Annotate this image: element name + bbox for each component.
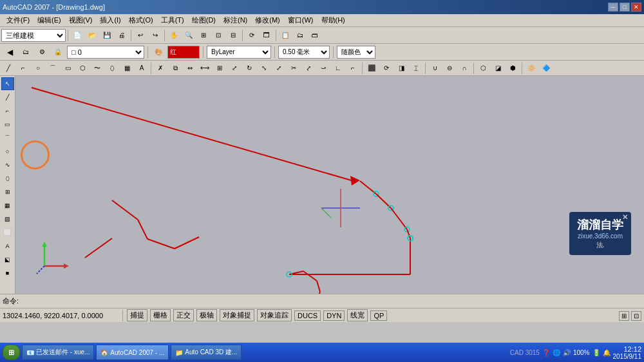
qp-btn[interactable]: QP: [370, 310, 387, 321]
spline-btn[interactable]: 〜: [90, 61, 104, 75]
otrack-btn[interactable]: 对象追踪: [257, 309, 292, 321]
layer-select[interactable]: □ 0: [67, 46, 144, 59]
edge-btn[interactable]: ⬡: [476, 61, 490, 75]
circle-btn[interactable]: ○: [31, 61, 45, 75]
intersect-btn[interactable]: ∩: [457, 61, 471, 75]
layer-icon[interactable]: 🗂: [19, 45, 33, 59]
dyn-btn[interactable]: DYN: [323, 310, 345, 321]
region-btn[interactable]: ⬜: [1, 226, 14, 239]
lweight-btn[interactable]: 线宽: [347, 309, 368, 321]
menu-dimension[interactable]: 标注(N): [220, 14, 251, 26]
draw-ellipse-btn[interactable]: ⬯: [1, 172, 14, 185]
taskbar-mail[interactable]: 📧 已发送邮件 - xue...: [22, 345, 94, 360]
orbit-btn[interactable]: ⟳: [245, 28, 259, 43]
draw-poly-btn[interactable]: ⌐: [1, 104, 14, 117]
3dview-btn[interactable]: 🗖: [260, 28, 274, 43]
rotate-btn[interactable]: ↻: [242, 61, 256, 75]
draw-circle-btn[interactable]: ○: [1, 145, 14, 158]
ortho-btn[interactable]: 正交: [173, 309, 194, 321]
zoom-realtime-btn[interactable]: 🔍: [182, 28, 196, 43]
polar-btn[interactable]: 极轴: [196, 309, 217, 321]
layer-state-btn[interactable]: ⚙: [35, 45, 49, 59]
trim-btn[interactable]: ✂: [287, 61, 301, 75]
loft-btn[interactable]: ◨: [394, 61, 408, 75]
menu-format[interactable]: 格式(O): [125, 14, 157, 26]
workspace-select[interactable]: 三维建模: [1, 29, 66, 42]
model-btn[interactable]: ⊡: [631, 311, 641, 321]
draw-arc-btn[interactable]: ⌒: [1, 131, 14, 144]
osnap-btn[interactable]: 对象捕捉: [220, 309, 254, 321]
menu-file[interactable]: 文件(F): [3, 14, 33, 26]
menu-modify[interactable]: 修改(M): [251, 14, 284, 26]
undo-btn[interactable]: ↩: [133, 28, 147, 43]
menu-draw[interactable]: 绘图(D): [188, 14, 220, 26]
layer-prev-btn[interactable]: ◀: [3, 45, 17, 59]
toolpalette-btn[interactable]: 🗃: [308, 28, 322, 43]
scale-btn[interactable]: ⤡: [257, 61, 271, 75]
stretch-btn[interactable]: ⤢: [272, 61, 286, 75]
mirror-btn[interactable]: ⇔: [183, 61, 197, 75]
gradient-btn[interactable]: ▧: [1, 213, 14, 225]
pan-btn[interactable]: ✋: [167, 28, 181, 43]
canvas-area[interactable]: ✕ 溜溜自学 zixue.3d66.com 法.: [15, 76, 644, 294]
layout-btn[interactable]: ⊞: [619, 311, 629, 321]
menu-help[interactable]: 帮助(H): [317, 14, 349, 26]
taskbar-3d[interactable]: 📁 Auto CAD 3D 建...: [171, 345, 242, 360]
menu-window[interactable]: 窗口(W): [284, 14, 317, 26]
menu-tools[interactable]: 工具(T): [157, 14, 188, 26]
lineweight-select[interactable]: 0.50 毫米: [278, 46, 330, 59]
erase-btn[interactable]: ✗: [153, 61, 167, 75]
linetype-select[interactable]: ByLayer: [207, 46, 271, 59]
layer-lock-btn[interactable]: 🔒: [51, 45, 65, 59]
copy-btn[interactable]: ⧉: [168, 61, 182, 75]
insert-block-btn[interactable]: ⊞: [1, 186, 14, 198]
new-file-btn[interactable]: 📄: [70, 28, 84, 43]
save-btn[interactable]: 💾: [100, 28, 114, 43]
move-btn[interactable]: ⤢: [227, 61, 242, 75]
render-btn[interactable]: 🔷: [539, 61, 553, 75]
start-button[interactable]: ⊞: [3, 345, 20, 360]
solid-btn[interactable]: ■: [1, 267, 14, 280]
offset-btn[interactable]: ⟷: [198, 61, 212, 75]
zoom-prev-btn[interactable]: ⊟: [226, 28, 240, 43]
minimize-button[interactable]: ─: [608, 3, 618, 12]
arc-btn[interactable]: ⌒: [46, 61, 60, 75]
subtract-btn[interactable]: ⊖: [442, 61, 457, 75]
question-icon[interactable]: ❓: [542, 349, 550, 356]
hatch-fill-btn[interactable]: ▦: [1, 199, 14, 212]
plotstyle-select[interactable]: 随颜色: [337, 46, 375, 59]
draw-spline-btn[interactable]: ∿: [1, 158, 14, 171]
designcenter-btn[interactable]: 🗂: [293, 28, 307, 43]
chamfer-btn[interactable]: ∟: [331, 61, 345, 75]
menu-insert[interactable]: 插入(I): [96, 14, 124, 26]
break-btn[interactable]: ⤻: [316, 61, 330, 75]
visual-style-btn[interactable]: 🔆: [524, 61, 538, 75]
polyline-btn[interactable]: ⌐: [16, 61, 30, 75]
extrude-btn[interactable]: ⬛: [365, 61, 379, 75]
fillet-btn[interactable]: ⌐: [346, 61, 360, 75]
revolve-btn[interactable]: ⟳: [379, 61, 393, 75]
wipeout-btn[interactable]: ⬕: [1, 253, 14, 266]
line-btn[interactable]: ╱: [1, 61, 15, 75]
menu-view[interactable]: 视图(V): [65, 14, 97, 26]
print-btn[interactable]: 🖨: [115, 28, 129, 43]
array-btn[interactable]: ⊞: [213, 61, 227, 75]
color-display[interactable]: 红: [167, 46, 200, 59]
zoom-extents-btn[interactable]: ⊡: [211, 28, 225, 43]
snap-btn[interactable]: 捕提: [127, 309, 147, 321]
zoom-window-btn[interactable]: ⊞: [196, 28, 211, 43]
open-file-btn[interactable]: 📂: [85, 28, 99, 43]
menu-edit[interactable]: 编辑(E): [33, 14, 65, 26]
rect-btn[interactable]: ▭: [61, 61, 75, 75]
face-btn[interactable]: ◪: [491, 61, 505, 75]
redo-btn[interactable]: ↪: [148, 28, 162, 43]
select-btn[interactable]: ↖: [1, 77, 14, 90]
text-mtext-btn[interactable]: A: [1, 240, 14, 252]
taskbar-autocad[interactable]: 🏠 AutoCAD 2007 - ...: [96, 345, 169, 360]
close-button[interactable]: ✕: [631, 3, 641, 12]
color-index-btn[interactable]: 🎨: [151, 45, 166, 59]
propert-btn[interactable]: 📋: [278, 28, 292, 43]
ducs-btn[interactable]: DUCS: [294, 310, 321, 321]
grid-btn[interactable]: 栅格: [150, 309, 171, 321]
text-btn[interactable]: A: [135, 61, 149, 75]
